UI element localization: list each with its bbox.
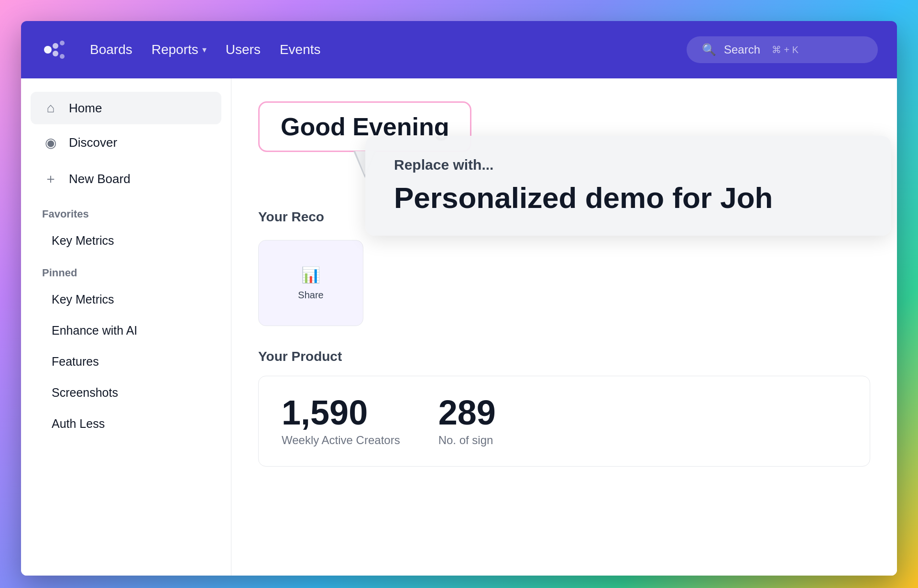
sidebar-discover-label: Discover [69, 135, 117, 150]
svg-point-3 [60, 41, 65, 45]
nav-events[interactable]: Events [280, 42, 321, 57]
nav-boards-label: Boards [90, 42, 132, 57]
search-bar[interactable]: 🔍 Search ⌘ + K [687, 36, 878, 63]
reports-chevron-icon: ▾ [202, 44, 207, 55]
home-icon: ⌂ [42, 100, 59, 116]
pinned-enhance-ai-label: Enhance with AI [52, 324, 137, 338]
nav-users[interactable]: Users [226, 42, 261, 57]
svg-point-1 [53, 43, 58, 49]
tooltip-popup: Replace with... Personalized demo for Jo… [365, 136, 891, 236]
favorites-key-metrics-label: Key Metrics [52, 234, 114, 248]
app-logo[interactable] [40, 36, 67, 63]
metric-weekly-active: 1,590 Weekly Active Creators [282, 395, 400, 447]
topbar: Boards Reports ▾ Users Events 🔍 Search ⌘… [21, 21, 897, 78]
search-shortcut: ⌘ + K [772, 44, 798, 55]
product-section-heading: Your Product [258, 349, 870, 364]
sidebar-item-home[interactable]: ⌂ Home [31, 92, 221, 124]
nav-links: Boards Reports ▾ Users Events [90, 42, 664, 57]
pinned-features-label: Features [52, 355, 99, 369]
tooltip-replace-text: Replace with... [394, 157, 863, 173]
search-label: Search [724, 43, 760, 56]
svg-point-4 [60, 54, 65, 59]
metric1-value: 1,590 [282, 395, 400, 430]
content-area: ⌂ Home ◉ Discover ＋ New Board Favorites … [21, 78, 897, 576]
sidebar-item-new-board[interactable]: ＋ New Board [31, 161, 221, 196]
nav-events-label: Events [280, 42, 321, 57]
sidebar: ⌂ Home ◉ Discover ＋ New Board Favorites … [21, 78, 231, 576]
nav-boards[interactable]: Boards [90, 42, 132, 57]
sidebar-item-favorites-key-metrics[interactable]: Key Metrics [31, 226, 221, 255]
pinned-auth-less-label: Auth Less [52, 417, 105, 431]
main-content: Good Evening Your Reco 📊 Share Your Prod… [231, 78, 897, 576]
product-section: Your Product 1,590 Weekly Active Creator… [258, 349, 870, 467]
boards-row: 📊 Share [258, 240, 870, 326]
chart-icon: 📊 [301, 266, 320, 284]
plus-icon: ＋ [42, 170, 59, 188]
sidebar-home-label: Home [69, 101, 102, 116]
search-icon: 🔍 [702, 43, 716, 56]
app-window: Boards Reports ▾ Users Events 🔍 Search ⌘… [21, 21, 897, 576]
board-card-share[interactable]: 📊 Share [258, 240, 363, 326]
metric2-value: 289 [438, 395, 496, 430]
board-card-label: Share [298, 290, 323, 301]
compass-icon: ◉ [42, 135, 59, 151]
metric1-label: Weekly Active Creators [282, 434, 400, 447]
nav-users-label: Users [226, 42, 261, 57]
nav-reports-label: Reports [152, 42, 198, 57]
sidebar-item-pinned-screenshots[interactable]: Screenshots [31, 378, 221, 407]
favorites-section-label: Favorites [31, 198, 221, 224]
nav-reports[interactable]: Reports ▾ [152, 42, 207, 57]
sidebar-item-discover[interactable]: ◉ Discover [31, 126, 221, 159]
tooltip-main-text: Personalized demo for Joh [394, 181, 863, 215]
pinned-key-metrics-label: Key Metrics [52, 293, 114, 306]
sidebar-item-pinned-auth-less[interactable]: Auth Less [31, 409, 221, 438]
sidebar-item-pinned-features[interactable]: Features [31, 347, 221, 376]
recent-section-heading: Your Reco [258, 209, 324, 225]
pinned-section-label: Pinned [31, 257, 221, 283]
sidebar-new-board-label: New Board [69, 172, 131, 186]
sidebar-item-pinned-enhance-ai[interactable]: Enhance with AI [31, 316, 221, 345]
pinned-screenshots-label: Screenshots [52, 386, 118, 400]
product-card: 1,590 Weekly Active Creators 289 No. of … [258, 376, 870, 467]
svg-point-0 [44, 46, 52, 54]
metric-signups: 289 No. of sign [438, 395, 496, 447]
svg-point-2 [53, 51, 58, 56]
metric2-label: No. of sign [438, 434, 496, 447]
sidebar-item-pinned-key-metrics[interactable]: Key Metrics [31, 285, 221, 314]
